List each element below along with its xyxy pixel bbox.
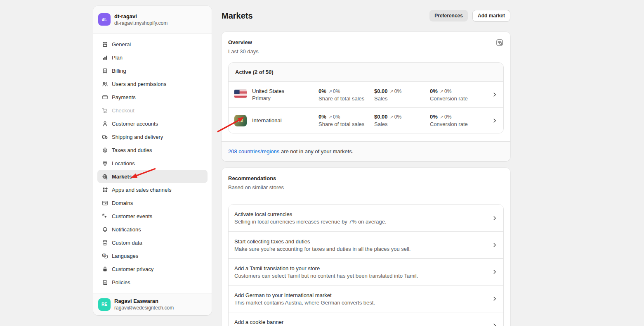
stat-delta-value: 0% [444, 88, 451, 94]
trend-up-icon: ↗ [390, 89, 394, 94]
sidebar-item-checkout: Checkout [97, 104, 208, 117]
taxes-icon [101, 147, 108, 153]
sidebar-item-notifications[interactable]: Notifications [97, 223, 208, 236]
page-title: Markets [222, 11, 253, 21]
sidebar-item-taxes-and-duties[interactable]: Taxes and duties [97, 143, 208, 157]
market-stat: 0% ↗ 0% Share of total sales [318, 114, 374, 127]
sidebar-item-policies[interactable]: Policies [97, 276, 208, 289]
sidebar-item-billing[interactable]: Billing [97, 64, 208, 77]
languages-icon: A [101, 252, 108, 259]
notifications-icon [101, 226, 108, 233]
apps-icon [101, 186, 108, 193]
recommendation-title: Add a Tamil translation to your store [234, 265, 492, 271]
sidebar-item-label: Customer privacy [112, 266, 153, 272]
recommendation-add-cookie-banner[interactable]: Add a cookie banner Local privacy laws m… [229, 312, 503, 326]
main-content: Markets Preferences Add market Overview … [222, 0, 510, 326]
sidebar-item-custom-data[interactable]: Custom data [97, 236, 208, 249]
sidebar-item-users-and-permissions[interactable]: Users and permissions [97, 77, 208, 90]
recommendation-title: Add German to your International market [234, 292, 492, 298]
add-market-button[interactable]: Add market [472, 10, 510, 21]
chevron-right-icon [492, 242, 498, 248]
sidebar-item-label: Locations [112, 160, 135, 167]
markets-icon: $ [101, 173, 108, 180]
sidebar-item-customer-accounts[interactable]: Customer accounts [97, 117, 208, 130]
stat-delta-value: 0% [333, 114, 340, 120]
market-stat: $0.00 ↗ 0% Sales [374, 114, 430, 127]
custom-data-icon [101, 239, 108, 246]
preferences-button[interactable]: Preferences [429, 10, 468, 21]
sidebar-item-label: Notifications [112, 226, 141, 233]
market-stats: 0% ↗ 0% Share of total sales [318, 88, 492, 102]
active-markets-section: Active (2 of 50) United States Primary [228, 62, 504, 133]
market-initials-badge: IN [234, 115, 247, 126]
market-name: International [252, 117, 318, 124]
svg-text:$: $ [106, 176, 107, 179]
chevron-right-icon [492, 118, 498, 124]
sidebar-item-locations[interactable]: Locations [97, 157, 208, 170]
overview-subtitle: Last 30 days [228, 48, 259, 56]
locations-icon [101, 160, 108, 167]
market-rows: United States Primary 0% ↗ [229, 82, 503, 133]
sidebar-item-apps-and-sales-channels[interactable]: Apps and sales channels [97, 183, 208, 196]
user-profile: RE Ragavi Easwaran ragavi@wedesigntech.c… [93, 293, 212, 315]
stat-value: $0.00 [374, 88, 388, 94]
market-row-united-states[interactable]: United States Primary 0% ↗ [229, 82, 503, 107]
stat-delta-value: 0% [333, 88, 340, 94]
overview-card-header: Overview Last 30 days [222, 32, 510, 62]
recommendations-card: Recommendations Based on similar stores … [222, 168, 510, 326]
store-avatar: dt- [98, 13, 111, 26]
recommendation-title: Start collecting taxes and duties [234, 238, 492, 245]
market-row-international[interactable]: IN International 0% [229, 107, 503, 133]
sidebar-item-label: Taxes and duties [112, 147, 152, 153]
recommendations-header: Recommendations Based on similar stores [222, 168, 510, 198]
search-list-icon[interactable] [495, 38, 504, 47]
sidebar-item-markets[interactable]: $ Markets [97, 170, 208, 183]
chevron-right-icon [492, 92, 498, 98]
customer-events-icon [101, 213, 108, 219]
overview-title: Overview [228, 38, 259, 47]
chevron-right-icon [492, 296, 498, 302]
sidebar-item-languages[interactable]: A Languages [97, 249, 208, 262]
sidebar-item-label: Payments [112, 94, 136, 100]
market-name: United States [252, 88, 318, 94]
recommendation-add-german-to-international[interactable]: Add German to your International market … [229, 285, 503, 312]
sidebar-item-customer-events[interactable]: Customer events [97, 209, 208, 223]
sidebar-item-plan[interactable]: Plan [97, 51, 208, 64]
sidebar-item-customer-privacy[interactable]: Customer privacy [97, 262, 208, 276]
sidebar-item-label: Languages [112, 253, 138, 259]
recommendation-add-tamil-translation[interactable]: Add a Tamil translation to your store Cu… [229, 258, 503, 285]
sidebar-item-shipping-and-delivery[interactable]: Shipping and delivery [97, 130, 208, 143]
sidebar-item-label: Custom data [112, 240, 142, 246]
recommendation-activate-local-currencies[interactable]: Activate local currencies Selling in loc… [229, 205, 503, 231]
svg-text:A: A [103, 254, 105, 256]
sidebar-item-label: Billing [112, 68, 126, 74]
us-flag-icon [234, 90, 247, 100]
market-subtitle: Primary [252, 95, 318, 101]
market-stat: $0.00 ↗ 0% Sales [374, 88, 430, 102]
recommendation-description: Make sure you're accounting for taxes an… [234, 246, 492, 252]
sidebar-item-label: Policies [112, 279, 130, 286]
sidebar-item-domains[interactable]: Domains [97, 196, 208, 209]
trend-up-icon: ↗ [328, 89, 332, 94]
sidebar-item-label: Users and permissions [112, 81, 166, 87]
trend-up-icon: ↗ [328, 114, 332, 120]
countries-regions-link[interactable]: 208 countries/regions [228, 148, 279, 155]
chevron-right-icon [492, 269, 498, 275]
recommendation-start-collecting-taxes-and-duties[interactable]: Start collecting taxes and duties Make s… [229, 231, 503, 258]
stat-label: Sales [374, 95, 430, 102]
store-header: dt- dt-ragavi dt-ragavi.myshopify.com [93, 6, 212, 33]
stat-value: 0% [318, 88, 326, 94]
sidebar-item-label: Domains [112, 200, 133, 206]
sidebar-item-payments[interactable]: Payments [97, 90, 208, 104]
stat-value: 0% [430, 114, 438, 120]
sidebar-item-label: Markets [112, 174, 132, 180]
sidebar-item-label: Customer events [112, 213, 152, 219]
sidebar-item-label: Plan [112, 55, 123, 61]
market-stats: 0% ↗ 0% Share of total sales [318, 114, 492, 127]
recommendation-description: Customers can select Tamil but no conten… [234, 273, 492, 279]
recommendation-title: Add a cookie banner [234, 319, 492, 325]
sidebar-item-general[interactable]: General [97, 38, 208, 51]
user-name: Ragavi Easwaran [114, 297, 174, 305]
stat-label: Share of total sales [318, 95, 374, 102]
stat-delta-value: 0% [444, 114, 451, 120]
